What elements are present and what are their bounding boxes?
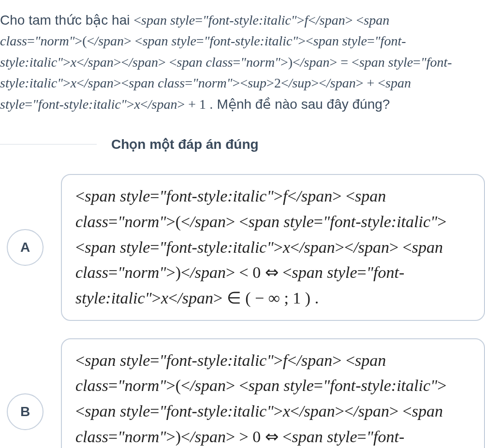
option-a[interactable]: A <span style="font-style:italic">f</spa…: [7, 174, 485, 320]
question-text: Cho tam thức bậc hai <span style="font-s…: [0, 0, 485, 129]
option-a-label: A: [7, 229, 44, 266]
option-a-box: <span style="font-style:italic">f</span>…: [61, 174, 485, 320]
prompt-row: Chọn một đáp án đúng: [0, 134, 485, 155]
option-b[interactable]: B <span style="font-style:italic">f</spa…: [7, 338, 485, 448]
option-b-box: <span style="font-style:italic">f</span>…: [61, 338, 485, 448]
option-b-label: B: [7, 393, 44, 430]
question-prefix: Cho tam thức bậc hai: [0, 13, 133, 28]
prompt-label: Chọn một đáp án đúng: [111, 134, 259, 155]
question-suffix: . Mệnh đề nào sau đây đúng?: [209, 97, 390, 112]
divider-line: [0, 144, 97, 145]
options-list: A <span style="font-style:italic">f</spa…: [0, 174, 485, 448]
